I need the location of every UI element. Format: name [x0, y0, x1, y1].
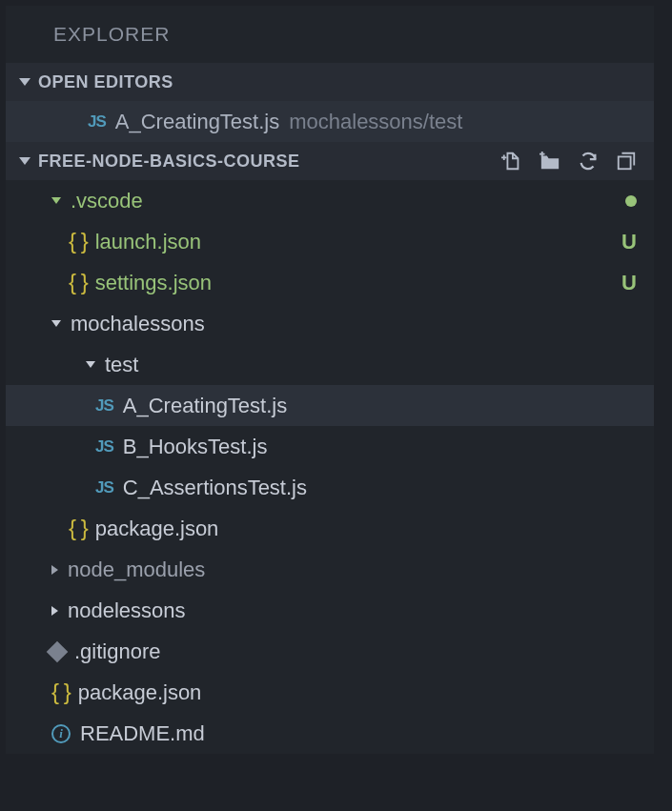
json-file-icon: { } [69, 515, 88, 541]
json-file-icon: { } [69, 269, 88, 295]
file-package-json-root[interactable]: { } package.json [6, 672, 654, 713]
file-b-hookstest[interactable]: JS B_HooksTest.js [6, 426, 654, 467]
chevron-down-icon [51, 320, 61, 327]
git-status-badge: U [621, 230, 637, 254]
file-package-json-mochalessons[interactable]: { } package.json [6, 508, 654, 549]
file-c-assertionstest[interactable]: JS C_AssertionsTest.js [6, 467, 654, 508]
explorer-title: EXPLORER [6, 6, 654, 63]
readme-file-icon: i [51, 724, 71, 743]
file-label: README.md [80, 721, 205, 746]
js-file-icon: JS [88, 112, 106, 132]
file-label: A_CreatingTest.js [123, 394, 287, 418]
file-a-creatingtest[interactable]: JS A_CreatingTest.js [6, 385, 654, 426]
json-file-icon: { } [51, 679, 71, 705]
folder-vscode[interactable]: .vscode [6, 180, 654, 221]
svg-rect-0 [619, 156, 631, 169]
folder-mochalessons[interactable]: mochalessons [6, 303, 654, 344]
file-label: package.json [78, 680, 202, 705]
file-readme[interactable]: i README.md [6, 713, 654, 754]
new-folder-icon[interactable] [540, 151, 560, 172]
file-label: B_HooksTest.js [123, 435, 268, 459]
folder-test[interactable]: test [6, 344, 654, 385]
folder-label: node_modules [68, 558, 205, 582]
open-editors-label: OPEN EDITORS [38, 72, 173, 92]
folder-label: test [105, 353, 138, 377]
chevron-down-icon [19, 157, 31, 165]
chevron-down-icon [51, 197, 61, 204]
folder-label: .vscode [71, 189, 143, 213]
new-file-icon[interactable] [501, 151, 522, 172]
folder-label: nodelessons [68, 598, 186, 623]
folder-node-modules[interactable]: node_modules [6, 549, 654, 590]
file-name: A_CreatingTest.js [115, 110, 279, 134]
open-editors-header[interactable]: OPEN EDITORS [6, 63, 654, 101]
file-gitignore[interactable]: .gitignore [6, 631, 654, 672]
refresh-icon[interactable] [578, 151, 599, 172]
js-file-icon: JS [95, 437, 113, 456]
file-label: C_AssertionsTest.js [123, 476, 307, 500]
explorer-panel: EXPLORER OPEN EDITORS JS A_CreatingTest.… [6, 6, 654, 754]
folder-nodelessons[interactable]: nodelessons [6, 590, 654, 631]
git-modified-dot-icon [625, 195, 637, 207]
chevron-right-icon [51, 565, 58, 575]
workspace-actions [501, 151, 644, 172]
js-file-icon: JS [95, 478, 113, 497]
chevron-down-icon [86, 361, 95, 368]
open-editor-item[interactable]: JS A_CreatingTest.js mochalessons/test [6, 101, 654, 142]
file-settings-json[interactable]: { } settings.json U [6, 262, 654, 303]
workspace-name: FREE-NODE-BASICS-COURSE [38, 152, 300, 172]
json-file-icon: { } [69, 228, 88, 254]
js-file-icon: JS [95, 396, 113, 416]
gitignore-file-icon [47, 640, 69, 662]
file-path: mochalessons/test [289, 110, 462, 134]
file-label: package.json [95, 517, 219, 541]
file-label: launch.json [95, 230, 201, 254]
file-label: settings.json [95, 271, 212, 295]
collapse-all-icon[interactable] [616, 151, 637, 172]
workspace-header[interactable]: FREE-NODE-BASICS-COURSE [6, 142, 654, 180]
file-launch-json[interactable]: { } launch.json U [6, 221, 654, 262]
chevron-right-icon [51, 606, 58, 616]
file-label: .gitignore [74, 639, 161, 664]
folder-label: mochalessons [71, 312, 205, 336]
git-status-badge: U [621, 271, 637, 295]
chevron-down-icon [19, 78, 31, 86]
